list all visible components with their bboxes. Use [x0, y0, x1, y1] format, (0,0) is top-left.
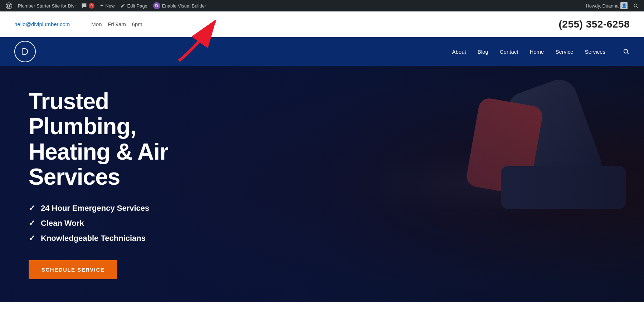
new-button[interactable]: + New	[97, 0, 117, 11]
howdy-button[interactable]: Howdy, Deanna 👤	[583, 0, 630, 11]
nav-services[interactable]: Services	[585, 49, 605, 55]
nav-service[interactable]: Service	[555, 49, 573, 55]
edit-page-label: Edit Page	[127, 3, 147, 9]
hero-feature-3-text: Knowledgeable Technicians	[41, 234, 146, 243]
new-icon: +	[100, 3, 103, 9]
hero-feature-2-text: Clean Work	[41, 219, 84, 228]
comment-count: 0	[89, 3, 94, 9]
nav-search-button[interactable]	[623, 48, 630, 55]
howdy-text: Howdy, Deanna	[586, 3, 619, 9]
hero-feature-2: ✓ Clean Work	[29, 219, 222, 228]
site-title-button[interactable]: Plumber Starter Site for Divi	[15, 0, 78, 11]
visual-builder-label: Enable Visual Builder	[162, 3, 206, 9]
hero-section: Trusted Plumbing, Heating & Air Services…	[0, 66, 644, 302]
email-link[interactable]: hello@diviplumber.com	[14, 21, 70, 27]
site-logo[interactable]: D	[14, 41, 36, 62]
svg-line-1	[636, 6, 638, 8]
schedule-service-button[interactable]: SCHEDULE SERVICE	[29, 260, 117, 279]
admin-bar-right: Howdy, Deanna 👤	[583, 0, 641, 11]
hero-features-list: ✓ 24 Hour Emergency Services ✓ Clean Wor…	[29, 204, 222, 243]
top-info-bar: hello@diviplumber.com Mon – Fri 9am – 6p…	[0, 11, 644, 37]
wordpress-icon	[6, 3, 12, 9]
nav-links: About Blog Contact Home Service Services	[452, 48, 630, 55]
nav-bar: D About Blog Contact Home Service Servic…	[0, 37, 644, 66]
edit-icon	[120, 3, 125, 8]
search-icon	[623, 48, 629, 55]
hero-title: Trusted Plumbing, Heating & Air Services	[29, 89, 222, 190]
visual-builder-button[interactable]: D Enable Visual Builder	[150, 0, 209, 11]
hero-feature-1-text: 24 Hour Emergency Services	[41, 204, 149, 213]
divi-icon: D	[153, 2, 160, 9]
hero-feature-3: ✓ Knowledgeable Technicians	[29, 234, 222, 243]
site-title-text: Plumber Starter Site for Divi	[18, 3, 75, 9]
checkmark-icon-1: ✓	[29, 204, 35, 213]
hero-feature-1: ✓ 24 Hour Emergency Services	[29, 204, 222, 213]
nav-home[interactable]: Home	[530, 49, 544, 55]
phone-number: (255) 352-6258	[559, 19, 630, 30]
user-avatar: 👤	[620, 2, 628, 9]
nav-blog[interactable]: Blog	[478, 49, 488, 55]
checkmark-icon-2: ✓	[29, 219, 35, 228]
checkmark-icon-3: ✓	[29, 234, 35, 243]
wp-logo-button[interactable]	[3, 0, 15, 11]
hero-content: Trusted Plumbing, Heating & Air Services…	[0, 67, 250, 301]
comments-button[interactable]: 0	[78, 0, 97, 11]
comments-icon	[81, 3, 87, 9]
business-hours: Mon – Fri 9am – 6pm	[91, 21, 142, 27]
search-icon	[633, 3, 638, 8]
edit-page-button[interactable]: Edit Page	[117, 0, 150, 11]
new-label: New	[105, 3, 114, 9]
nav-about[interactable]: About	[452, 49, 466, 55]
admin-bar: Plumber Starter Site for Divi 0 + New Ed…	[0, 0, 644, 11]
nav-contact[interactable]: Contact	[500, 49, 518, 55]
search-button[interactable]	[630, 0, 641, 11]
svg-line-4	[627, 53, 629, 54]
